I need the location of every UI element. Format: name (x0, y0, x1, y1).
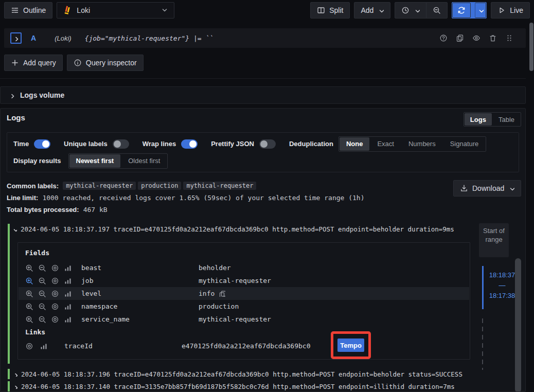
field-stats-icon[interactable] (64, 277, 72, 285)
dedup-option-none[interactable]: None (340, 137, 370, 151)
timeline-start-of-range: Start of range (479, 223, 509, 257)
visibility-icon[interactable] (51, 302, 59, 311)
split-button[interactable]: Split (310, 2, 350, 19)
log-line-text: 2024-06-05 18:18:37.196 traceID=e470125f… (21, 370, 462, 378)
help-icon[interactable] (439, 34, 448, 42)
field-value: info (199, 290, 215, 297)
sort-order-group: Newest first Oldest first (68, 153, 168, 169)
info-circle-icon (74, 59, 82, 67)
filter-out-value-icon[interactable] (38, 277, 46, 285)
filter-out-value-icon[interactable] (38, 264, 46, 272)
timeline-time-to: 18:17:38 (486, 292, 518, 299)
query-expression-input[interactable]: {job="mythical-requester"} |= `` (85, 34, 213, 42)
wrap-lines-toggle[interactable] (181, 139, 198, 149)
field-value: mythical-requester (199, 315, 271, 323)
visibility-icon[interactable] (51, 315, 59, 324)
query-inspector-button[interactable]: Query inspector (67, 55, 144, 71)
dedup-option-numbers[interactable]: Numbers (402, 137, 442, 151)
toc-icon (11, 6, 19, 14)
run-query-button-group (452, 2, 487, 19)
log-row[interactable]: 2024-06-05 18:18:37.196 traceID=e470125f… (8, 369, 462, 379)
filter-out-value-icon[interactable] (38, 290, 46, 298)
download-label: Download (472, 184, 504, 192)
visibility-icon[interactable] (51, 264, 59, 272)
timeline-selection-bar (482, 266, 484, 309)
logs-scrollbar-thumb[interactable] (515, 258, 521, 392)
field-row-icons (25, 290, 72, 298)
time-picker-button[interactable] (395, 2, 426, 19)
field-stats-icon[interactable] (64, 315, 72, 324)
delete-query-icon[interactable] (489, 34, 497, 42)
order-option-oldest[interactable]: Oldest first (121, 154, 167, 168)
toggle-query-visibility-icon[interactable] (472, 34, 480, 42)
prettify-json-toggle[interactable] (259, 139, 276, 149)
filter-for-value-icon[interactable] (25, 315, 33, 324)
visibility-icon[interactable] (51, 290, 59, 298)
tempo-link-button[interactable]: Tempo (337, 338, 364, 352)
filter-for-value-icon[interactable] (25, 302, 33, 311)
query-collapse-button[interactable] (10, 32, 22, 44)
add-button[interactable]: Add (354, 2, 390, 19)
chevron-right-icon (9, 92, 15, 98)
field-value: production (199, 302, 239, 310)
add-label: Add (361, 6, 373, 14)
drag-handle-icon[interactable] (505, 34, 513, 42)
filter-out-value-icon[interactable] (38, 302, 46, 311)
datasource-picker[interactable]: Loki (57, 2, 174, 19)
run-query-button[interactable] (452, 3, 471, 18)
dedup-option-signature[interactable]: Signature (443, 137, 486, 151)
dedup-option-exact[interactable]: Exact (370, 137, 401, 151)
run-query-interval-dropdown[interactable] (475, 3, 486, 18)
field-stats-icon[interactable] (40, 342, 48, 350)
query-inspector-label: Query inspector (86, 59, 137, 67)
line-limit-line: Line limit: 1000 reached, received logs … (7, 193, 365, 202)
prettify-json-label: Prettify JSON (211, 140, 254, 148)
logs-volume-panel[interactable]: Logs volume (0, 86, 526, 104)
view-option-table[interactable]: Table (493, 113, 520, 126)
add-query-button[interactable]: Add query (4, 55, 63, 71)
visibility-icon[interactable] (25, 342, 33, 350)
total-bytes-label: Total bytes processed: (7, 206, 79, 213)
field-stats-icon[interactable] (64, 290, 72, 298)
live-button[interactable]: Live (491, 2, 530, 19)
datasource-name: Loki (77, 6, 90, 14)
filter-for-value-icon[interactable] (25, 264, 33, 272)
chevron-right-icon (12, 371, 17, 377)
time-toggle[interactable] (34, 139, 50, 149)
unique-labels-toggle[interactable] (113, 139, 129, 149)
field-stats-icon[interactable] (64, 264, 72, 272)
download-button[interactable]: Download (453, 180, 521, 197)
filter-for-value-icon[interactable] (25, 290, 33, 298)
view-option-logs[interactable]: Logs (465, 113, 492, 126)
outline-button[interactable]: Outline (4, 2, 52, 19)
filter-out-value-icon[interactable] (38, 315, 46, 324)
common-labels-label: Common labels: (7, 182, 59, 190)
field-stats-icon[interactable] (64, 302, 72, 311)
logs-volume-title: Logs volume (20, 91, 64, 99)
chevron-right-icon (13, 35, 19, 41)
query-ref-id: A (31, 34, 36, 42)
timeline-separator: — (486, 281, 518, 289)
visibility-icon[interactable] (51, 277, 59, 285)
log-row[interactable]: 2024-06-05 18:18:37.140 traceID=3135e7bb… (8, 381, 455, 391)
field-row-icons (25, 277, 72, 285)
query-actions-row: Add query Query inspector (4, 55, 144, 71)
time-controls-group (395, 2, 448, 19)
query-editor-row: A (Loki) {job="mythical-requester"} |= `… (4, 28, 526, 48)
chevron-down-icon (161, 6, 169, 14)
total-bytes-value: 467 kB (83, 206, 108, 213)
explore-toolbar: Outline Loki Split Add (0, 0, 534, 21)
log-row[interactable]: 2024-06-05 18:18:37.197 traceID=e470125f… (12, 224, 454, 234)
duplicate-query-icon[interactable] (456, 34, 464, 42)
page-scrollbar-thumb[interactable] (529, 23, 533, 71)
copy-value-icon[interactable] (219, 290, 225, 297)
clock-icon (401, 6, 410, 14)
filter-for-value-icon[interactable] (25, 277, 33, 285)
order-option-newest[interactable]: Newest first (69, 154, 121, 168)
field-row-icons (25, 315, 72, 324)
links-title: Links (25, 328, 45, 336)
log-details-panel: Fields beast beholder job mythical-reque… (17, 242, 470, 360)
zoom-out-time-button[interactable] (426, 2, 448, 19)
sync-icon (457, 6, 466, 14)
chevron-down-icon (414, 7, 420, 13)
